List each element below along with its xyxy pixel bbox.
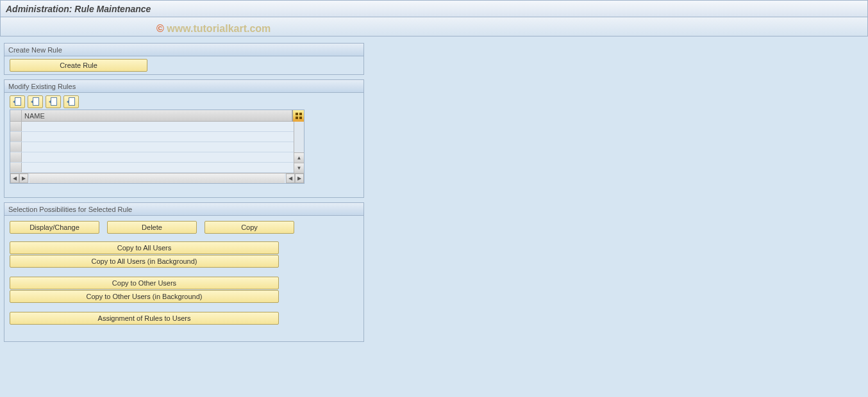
application-toolbar bbox=[0, 17, 868, 36]
table-row[interactable] bbox=[10, 152, 294, 163]
grid-vertical-scrollbar[interactable]: ▲ ▼ bbox=[294, 122, 304, 173]
document-arrow-icon bbox=[67, 97, 75, 106]
scroll-up-icon[interactable]: ▲ bbox=[294, 152, 304, 163]
copy-to-other-users-button[interactable]: Copy to Other Users bbox=[10, 277, 279, 289]
display-change-button[interactable]: Display/Change bbox=[10, 221, 99, 234]
scroll-down-icon[interactable]: ▼ bbox=[294, 163, 304, 173]
grid-column-name[interactable]: NAME bbox=[22, 110, 292, 121]
grid-header-row: NAME bbox=[10, 110, 304, 122]
svg-rect-0 bbox=[296, 113, 298, 115]
create-rule-button[interactable]: Create Rule bbox=[10, 59, 147, 72]
svg-rect-3 bbox=[299, 117, 302, 119]
content-area: Create New Rule Create Rule Modify Exist… bbox=[0, 36, 868, 353]
svg-rect-2 bbox=[296, 117, 298, 119]
panel-selection-possibilities: Selection Possibilities for Selected Rul… bbox=[4, 202, 364, 342]
document-arrow-icon bbox=[49, 97, 57, 106]
table-row[interactable] bbox=[10, 142, 294, 152]
scroll-right-icon[interactable]: ▶ bbox=[19, 174, 28, 183]
grid-toolbar bbox=[10, 95, 358, 108]
scroll-left-icon[interactable]: ◀ bbox=[10, 174, 19, 183]
table-row[interactable] bbox=[10, 122, 294, 132]
panel-modify-existing-rules: Modify Existing Rules NAME bbox=[4, 79, 364, 198]
copy-to-all-users-bg-button[interactable]: Copy to All Users (in Background) bbox=[10, 255, 279, 268]
title-bar: Administration: Rule Maintenance bbox=[0, 0, 868, 17]
delete-button[interactable]: Delete bbox=[107, 221, 197, 234]
scrollbar-track[interactable] bbox=[29, 174, 285, 183]
document-arrow-icon bbox=[31, 97, 39, 106]
grid-corner bbox=[10, 110, 22, 121]
grid-settings-icon[interactable] bbox=[292, 110, 304, 122]
table-row[interactable] bbox=[10, 163, 294, 173]
svg-rect-1 bbox=[299, 113, 302, 115]
grid-tool-icon-1[interactable] bbox=[10, 95, 25, 108]
panel-header-modify: Modify Existing Rules bbox=[4, 80, 363, 93]
copy-button[interactable]: Copy bbox=[204, 221, 294, 234]
grid-tool-icon-4[interactable] bbox=[63, 95, 79, 108]
document-arrow-icon bbox=[13, 97, 21, 106]
grid-horizontal-scrollbar[interactable]: ◀ ▶ ◀ ▶ bbox=[10, 173, 304, 183]
scroll-left-icon[interactable]: ◀ bbox=[286, 174, 295, 183]
scroll-right-icon[interactable]: ▶ bbox=[295, 174, 304, 183]
copy-to-all-users-button[interactable]: Copy to All Users bbox=[10, 241, 279, 254]
page-title: Administration: Rule Maintenance bbox=[6, 4, 151, 14]
panel-create-new-rule: Create New Rule Create Rule bbox=[4, 43, 364, 75]
table-row[interactable] bbox=[10, 132, 294, 142]
grid-tool-icon-2[interactable] bbox=[28, 95, 43, 108]
rules-grid: NAME ▲ ▼ bbox=[10, 109, 305, 184]
assignment-of-rules-button[interactable]: Assignment of Rules to Users bbox=[10, 312, 279, 325]
grid-rows bbox=[10, 122, 294, 173]
copy-to-other-users-bg-button[interactable]: Copy to Other Users (in Background) bbox=[10, 290, 279, 303]
panel-header-create: Create New Rule bbox=[4, 44, 363, 56]
grid-tool-icon-3[interactable] bbox=[46, 95, 61, 108]
panel-header-selection: Selection Possibilities for Selected Rul… bbox=[4, 203, 363, 216]
